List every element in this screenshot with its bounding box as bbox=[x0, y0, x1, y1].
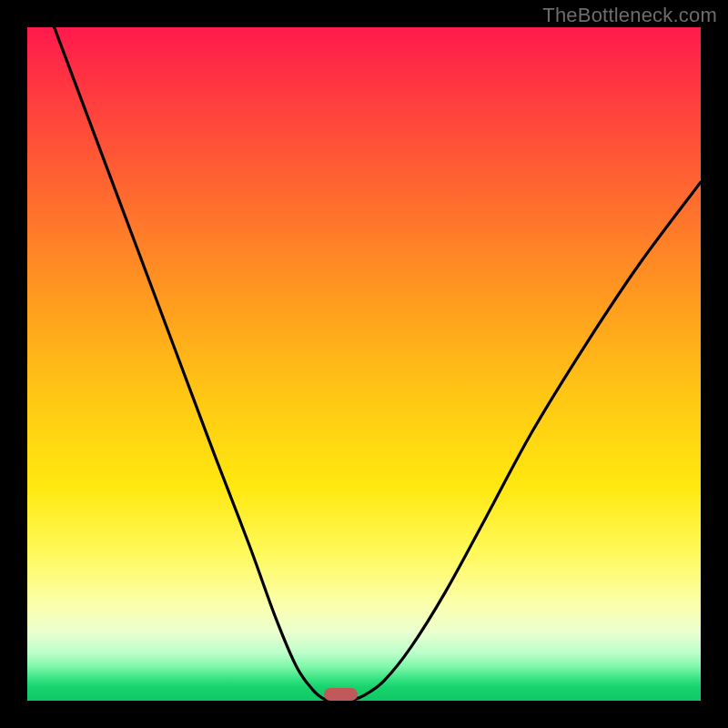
watermark-text: TheBottleneck.com bbox=[542, 4, 717, 27]
curve-layer bbox=[27, 27, 701, 701]
right-curve bbox=[350, 182, 701, 701]
chart-frame: TheBottleneck.com bbox=[0, 0, 728, 728]
plot-area bbox=[27, 27, 701, 701]
left-curve bbox=[55, 27, 330, 701]
bottleneck-marker bbox=[324, 688, 358, 701]
